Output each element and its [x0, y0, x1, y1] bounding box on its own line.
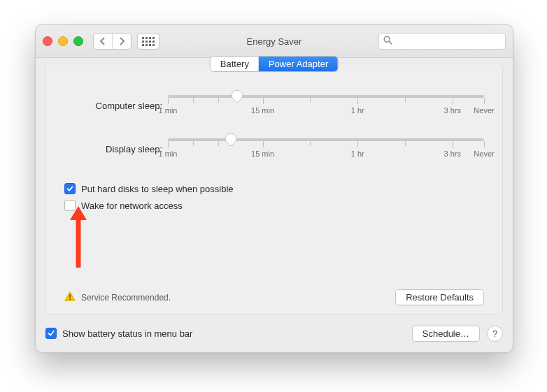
- energy-saver-panel: Battery Power Adapter Computer sleep:: [45, 64, 503, 314]
- hard-disks-sleep-checkbox[interactable]: [64, 183, 76, 194]
- search-field[interactable]: [378, 33, 506, 50]
- help-icon: ?: [492, 328, 497, 339]
- service-status-row: Service Recommended. Restore Defaults: [64, 289, 484, 305]
- show-battery-status-option[interactable]: Show battery status in menu bar: [45, 328, 192, 339]
- nav-back-forward: [93, 33, 132, 50]
- preferences-window: Energy Saver: [35, 24, 513, 353]
- check-icon: [66, 185, 73, 192]
- search-input[interactable]: [397, 36, 513, 47]
- tab-power-adapter[interactable]: Power Adapter: [259, 57, 338, 71]
- zoom-window-button[interactable]: [73, 36, 83, 46]
- schedule-button[interactable]: Schedule…: [412, 326, 480, 342]
- computer-sleep-slider[interactable]: 1 min 15 min 1 hr 3 hrs Never: [168, 95, 484, 116]
- titlebar: Energy Saver: [36, 25, 513, 58]
- power-source-tabs: Battery Power Adapter: [211, 57, 338, 71]
- computer-sleep-row: Computer sleep:: [64, 95, 484, 116]
- service-status-text: Service Recommended.: [81, 293, 171, 303]
- show-all-prefs-button[interactable]: [137, 33, 159, 50]
- minimize-window-button[interactable]: [58, 36, 68, 46]
- svg-line-1: [389, 41, 392, 44]
- svg-point-8: [69, 298, 71, 300]
- close-window-button[interactable]: [43, 36, 52, 46]
- slider-ticks: [168, 141, 484, 147]
- slider-tick-labels: 1 min 15 min 1 hr 3 hrs Never: [168, 106, 484, 116]
- slider-ticks: [168, 98, 484, 103]
- show-battery-status-checkbox[interactable]: [45, 328, 57, 339]
- wake-for-network-checkbox[interactable]: [64, 200, 76, 211]
- display-sleep-row: Display sleep:: [64, 138, 484, 159]
- back-button[interactable]: [94, 34, 112, 49]
- display-sleep-label: Display sleep:: [64, 144, 168, 154]
- annotation-arrow-icon: [69, 206, 88, 270]
- wake-for-network-label: Wake for network access: [81, 201, 183, 211]
- display-sleep-slider[interactable]: 1 min 15 min 1 hr 3 hrs Never: [168, 138, 484, 159]
- check-icon: [48, 330, 55, 337]
- computer-sleep-label: Computer sleep:: [64, 101, 168, 111]
- slider-tick-labels: 1 min 15 min 1 hr 3 hrs Never: [168, 150, 484, 159]
- restore-defaults-button[interactable]: Restore Defaults: [395, 289, 484, 305]
- forward-button[interactable]: [112, 34, 131, 49]
- wake-for-network-option[interactable]: Wake for network access: [64, 200, 484, 211]
- tab-battery[interactable]: Battery: [211, 57, 259, 71]
- footer: Show battery status in menu bar Schedule…: [45, 321, 503, 345]
- grid-icon: [142, 37, 155, 46]
- hard-disks-sleep-option[interactable]: Put hard disks to sleep when possible: [64, 183, 484, 194]
- show-battery-status-label: Show battery status in menu bar: [62, 328, 192, 339]
- warning-icon: [64, 291, 76, 303]
- window-controls: [43, 36, 83, 46]
- help-button[interactable]: ?: [487, 326, 503, 342]
- hard-disks-sleep-label: Put hard disks to sleep when possible: [81, 184, 234, 194]
- svg-rect-7: [69, 294, 71, 298]
- search-icon: [383, 36, 392, 47]
